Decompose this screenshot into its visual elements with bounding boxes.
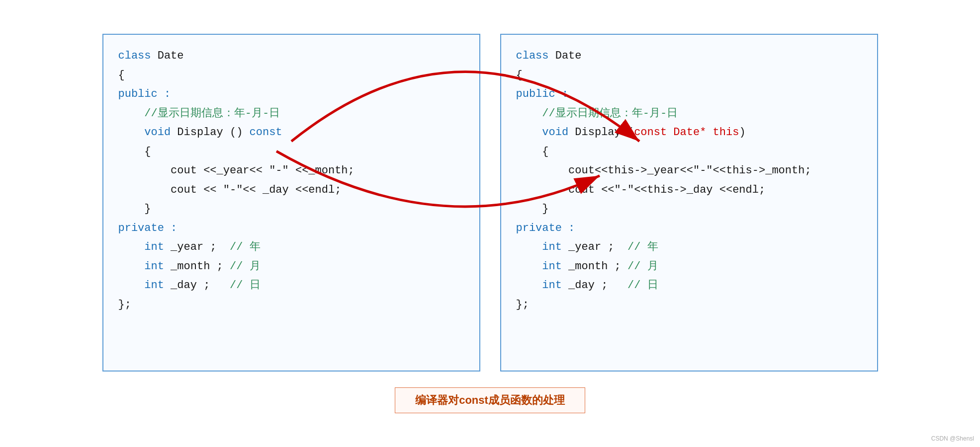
code-line: {: [118, 143, 464, 162]
code-token: Display (: [568, 126, 634, 139]
code-line: };: [118, 296, 464, 315]
code-token: int: [542, 241, 562, 253]
code-token: _month ;: [164, 260, 230, 273]
code-line: public :: [118, 85, 464, 104]
code-token: // 年: [230, 241, 261, 253]
main-container: class Date{public : //显示日期信息：年-月-日 void …: [10, 34, 970, 413]
code-token: }: [516, 203, 549, 215]
code-line: int _month ; // 月: [516, 257, 862, 277]
code-token: //显示日期信息：年-月-日: [118, 107, 280, 120]
code-token: class: [516, 50, 555, 62]
code-line: {: [516, 66, 862, 85]
code-line: cout <<_year<< "-" <<_month;: [118, 161, 464, 181]
code-token: [516, 241, 542, 253]
code-token: void: [542, 126, 568, 139]
code-line: void Display (const Date* this): [516, 123, 862, 143]
code-line: private :: [118, 219, 464, 238]
code-token: //显示日期信息：年-月-日: [516, 107, 678, 120]
code-token: const: [250, 126, 282, 139]
code-token: cout <<"-"<<this->_day <<endl;: [516, 184, 766, 196]
code-token: cout << "-"<< _day <<endl;: [118, 184, 342, 196]
code-line: {: [516, 143, 862, 162]
code-token: [516, 279, 542, 292]
code-line: };: [516, 296, 862, 315]
watermark: CSDN @Shensl: [931, 435, 974, 442]
code-token: Date: [555, 50, 582, 62]
code-token: public :: [516, 88, 569, 100]
code-token: };: [118, 298, 131, 311]
code-token: [516, 126, 542, 139]
code-line: int _year ; // 年: [118, 238, 464, 257]
code-token: [118, 260, 145, 273]
code-line: class Date: [118, 47, 464, 66]
code-line: void Display () const: [118, 123, 464, 143]
right-code-box: class Date{public : //显示日期信息：年-月-日 void …: [500, 34, 878, 372]
code-token: };: [516, 298, 529, 311]
code-token: {: [118, 69, 125, 81]
code-token: {: [516, 146, 549, 158]
code-line: }: [118, 200, 464, 219]
code-token: {: [516, 69, 523, 81]
code-token: private :: [516, 222, 575, 234]
code-line: {: [118, 66, 464, 85]
code-token: // 月: [627, 260, 658, 273]
code-token: Date: [158, 50, 184, 62]
code-token: [118, 279, 145, 292]
code-token: private :: [118, 222, 178, 234]
caption-text: 编译器对const成员函数的处理: [415, 394, 565, 406]
code-line: private :: [516, 219, 862, 238]
code-token: _month ;: [562, 260, 627, 273]
code-panels: class Date{public : //显示日期信息：年-月-日 void …: [102, 34, 878, 372]
code-token: int: [144, 241, 164, 253]
caption-box: 编译器对const成员函数的处理: [395, 387, 585, 413]
code-token: public :: [118, 88, 171, 100]
code-line: class Date: [516, 47, 862, 66]
code-token: _year ;: [562, 241, 627, 253]
code-token: [118, 126, 145, 139]
code-line: cout <<"-"<<this->_day <<endl;: [516, 181, 862, 200]
code-token: const Date* this: [634, 126, 739, 139]
code-line: int _year ; // 年: [516, 238, 862, 257]
code-token: class: [118, 50, 158, 62]
code-line: //显示日期信息：年-月-日: [118, 104, 464, 124]
code-token: void: [144, 126, 171, 139]
code-token: }: [118, 203, 151, 215]
code-token: cout<<this->_year<<"-"<<this->_month;: [516, 164, 811, 177]
code-token: // 年: [627, 241, 658, 253]
code-token: int: [144, 260, 164, 273]
code-line: int _day ; // 日: [516, 276, 862, 296]
code-token: int: [542, 279, 562, 292]
code-token: _day ;: [164, 279, 230, 292]
code-line: //显示日期信息：年-月-日: [516, 104, 862, 124]
code-token: cout <<_year<< "-" <<_month;: [118, 164, 355, 177]
left-code-box: class Date{public : //显示日期信息：年-月-日 void …: [102, 34, 480, 372]
code-token: // 日: [230, 279, 261, 292]
code-token: int: [542, 260, 562, 273]
code-token: // 日: [627, 279, 658, 292]
code-token: [118, 241, 145, 253]
code-line: int _day ; // 日: [118, 276, 464, 296]
code-token: _year ;: [164, 241, 230, 253]
code-token: // 月: [230, 260, 261, 273]
code-token: ): [739, 126, 745, 139]
code-token: _day ;: [562, 279, 627, 292]
code-line: }: [516, 200, 862, 219]
code-token: {: [118, 146, 151, 158]
code-token: Display (): [171, 126, 249, 139]
code-line: public :: [516, 85, 862, 104]
code-token: [516, 260, 542, 273]
code-line: cout << "-"<< _day <<endl;: [118, 181, 464, 200]
code-line: int _month ; // 月: [118, 257, 464, 277]
code-token: int: [144, 279, 164, 292]
code-line: cout<<this->_year<<"-"<<this->_month;: [516, 161, 862, 181]
